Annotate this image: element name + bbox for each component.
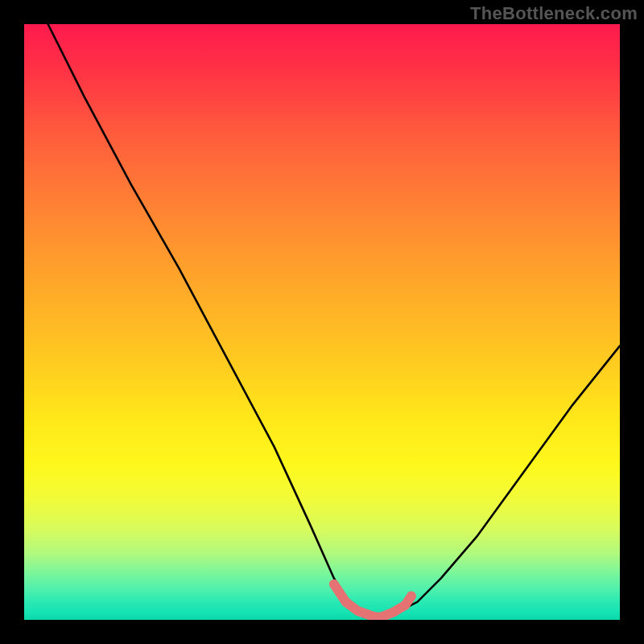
plot-area	[24, 24, 620, 620]
bottleneck-curve-path	[48, 24, 620, 620]
curve-layer	[24, 24, 620, 620]
chart-stage: TheBottleneck.com	[0, 0, 644, 644]
bottom-highlight-path	[334, 584, 411, 617]
watermark-text: TheBottleneck.com	[470, 3, 638, 24]
